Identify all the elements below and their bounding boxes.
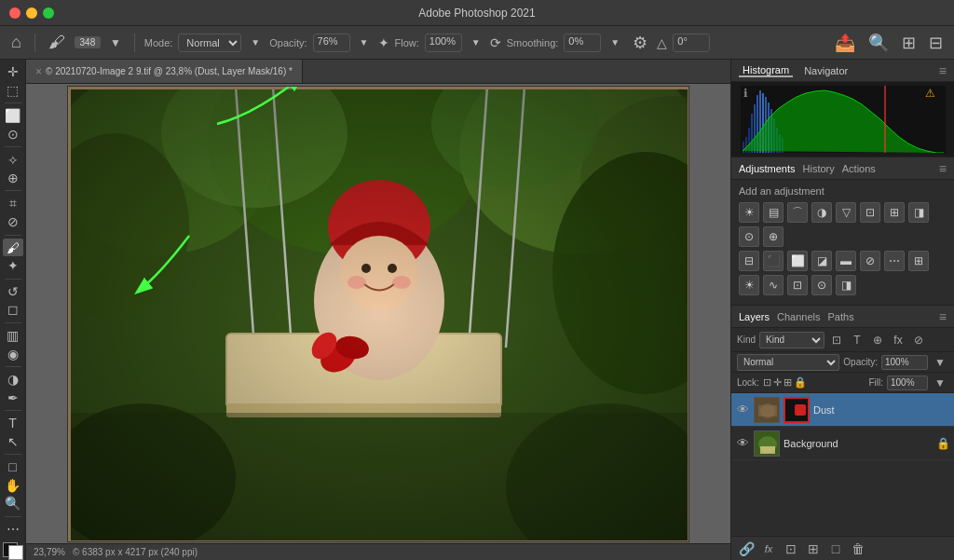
brush-options-btn[interactable]: ▼ [106, 34, 125, 51]
new-layer-btn[interactable]: □ [826, 540, 845, 558]
flow-value[interactable]: 100% [425, 34, 462, 52]
layer-item-dust[interactable]: 👁 Dust [731, 393, 954, 427]
smoothing-arrow[interactable]: ▼ [606, 35, 623, 49]
delete-layer-btn[interactable]: 🗑 [849, 540, 867, 558]
extra-adj-btn[interactable]: ⋯ [884, 251, 905, 271]
lock-artboards-icon[interactable]: ⊞ [784, 376, 792, 389]
brush-size-badge[interactable]: 348 [75, 36, 101, 48]
dodge-tool[interactable]: ◑ [3, 371, 23, 389]
invert-btn[interactable]: ⬛ [763, 251, 784, 271]
mode-arrow[interactable]: ▼ [247, 35, 264, 49]
eyedropper-tool[interactable]: ⌗ [3, 195, 23, 212]
blur-tool[interactable]: ◉ [3, 345, 23, 362]
add-mask-btn[interactable]: ⊡ [782, 540, 800, 558]
color-swatch[interactable] [3, 542, 23, 560]
share-btn[interactable]: 📤 [831, 31, 859, 55]
adjustments-tab[interactable]: Adjustments [739, 163, 796, 174]
mask-filter-btn[interactable]: ⊘ [910, 332, 927, 348]
marquee-tool[interactable]: ⬜ [3, 107, 23, 125]
layer-item-background[interactable]: 👁 Background 🔒 [731, 427, 954, 460]
background-visibility-btn[interactable]: 👁 [735, 436, 750, 451]
lock-pixels-icon[interactable]: ⊡ [763, 376, 771, 389]
new-group-btn[interactable]: ⊞ [804, 540, 823, 558]
histogram-options[interactable]: ≡ [939, 63, 947, 78]
brush-tool[interactable]: 🖌 [3, 239, 23, 256]
opacity-dropdown[interactable]: ▼ [932, 354, 948, 371]
pixel-filter-btn[interactable]: ⊡ [828, 332, 845, 348]
threshold-btn[interactable]: ◪ [811, 251, 832, 271]
close-button[interactable] [9, 7, 20, 19]
histogram-tab[interactable]: Histogram [739, 64, 793, 77]
paths-tab[interactable]: Paths [828, 311, 854, 322]
navigator-tab[interactable]: Navigator [800, 65, 852, 76]
hand-tool[interactable]: ✋ [3, 476, 23, 494]
adjustments-options[interactable]: ≡ [939, 161, 947, 176]
extra-tools[interactable]: ⋯ [3, 521, 23, 539]
blend-mode-select[interactable]: Normal [737, 354, 839, 371]
opacity-arrow[interactable]: ▼ [356, 35, 373, 49]
sun-adj-btn[interactable]: ☀ [739, 275, 759, 295]
box-adj-btn[interactable]: ⊡ [787, 275, 808, 295]
artboard-tool[interactable]: ⬚ [3, 82, 23, 100]
color-lookup-btn[interactable]: ⊟ [739, 251, 759, 271]
maximize-button[interactable] [43, 7, 54, 19]
fill-value[interactable]: 100% [887, 376, 928, 390]
lock-position-icon[interactable]: ✛ [773, 376, 782, 389]
gradient-map-btn[interactable]: ▬ [836, 251, 856, 271]
hsl-btn[interactable]: ⊡ [860, 202, 880, 223]
tab-close-btn[interactable]: × [35, 65, 42, 78]
levels-btn[interactable]: ▤ [763, 202, 784, 223]
black-white-btn[interactable]: ◨ [908, 202, 929, 223]
type-filter-btn[interactable]: T [849, 332, 865, 348]
brightness-contrast-btn[interactable]: ☀ [739, 202, 759, 223]
layers-tab[interactable]: Layers [739, 311, 770, 322]
grid-adj-btn[interactable]: ⊞ [908, 251, 929, 271]
selective-color-btn[interactable]: ⊘ [860, 251, 880, 271]
smoothing-value[interactable]: 0% [564, 34, 601, 52]
background-color[interactable] [8, 545, 23, 560]
vibrance-btn[interactable]: ▽ [836, 202, 856, 223]
dust-visibility-btn[interactable]: 👁 [735, 403, 750, 417]
zoom-tool[interactable]: 🔍 [3, 495, 23, 512]
path-selection-tool[interactable]: ↖ [3, 432, 23, 450]
history-brush-tool[interactable]: ↺ [3, 282, 23, 300]
posterize-btn[interactable]: ⬜ [787, 251, 808, 271]
type-tool[interactable]: T [3, 415, 23, 432]
crop-tool[interactable]: ⊕ [3, 170, 23, 187]
gradient-tool[interactable]: ▥ [3, 327, 23, 345]
search-btn[interactable]: 🔍 [865, 31, 893, 55]
photo-filter-btn[interactable]: ⊙ [739, 226, 759, 247]
actions-tab[interactable]: Actions [842, 163, 876, 174]
canvas-container[interactable] [26, 84, 730, 543]
curves-btn[interactable]: ⌒ [787, 202, 808, 223]
mask-adj-btn[interactable]: ◨ [836, 275, 856, 295]
kind-select[interactable]: Kind [759, 332, 825, 348]
link-layers-btn[interactable]: 🔗 [737, 540, 756, 558]
pen-tool[interactable]: ✒ [3, 389, 23, 406]
clone-stamp-tool[interactable]: ✦ [3, 257, 23, 275]
channel-mixer-btn[interactable]: ⊕ [763, 226, 784, 247]
history-tab[interactable]: History [803, 163, 835, 174]
exposure-btn[interactable]: ◑ [811, 202, 832, 223]
home-button[interactable]: ⌂ [7, 31, 25, 54]
opacity-value[interactable]: 76% [313, 34, 350, 52]
plugins-btn[interactable]: ⊞ [898, 31, 920, 55]
lasso-tool[interactable]: ⊙ [3, 126, 23, 143]
color-balance-btn[interactable]: ⊞ [884, 202, 905, 223]
layers-options[interactable]: ≡ [939, 309, 947, 324]
settings-btn[interactable]: ⚙ [629, 31, 651, 55]
eraser-tool[interactable]: ◻ [3, 301, 23, 319]
flow-arrow[interactable]: ▼ [468, 35, 484, 49]
quick-select-tool[interactable]: ✧ [3, 151, 23, 169]
effect-filter-btn[interactable]: fx [890, 332, 906, 348]
path-filter-btn[interactable]: ⊕ [869, 332, 886, 348]
angle-value[interactable]: 0° [673, 34, 710, 52]
window-btn[interactable]: ⊟ [925, 31, 947, 55]
wave-adj-btn[interactable]: ∿ [763, 275, 784, 295]
opacity-value[interactable]: 100% [881, 355, 928, 370]
move-tool[interactable]: ✛ [3, 63, 23, 81]
mode-select[interactable]: Normal Multiply Screen [178, 34, 241, 52]
document-tab[interactable]: × © 20210720-Image 2 9.tif @ 23,8% (Dust… [26, 60, 303, 83]
channels-tab[interactable]: Channels [777, 311, 820, 322]
minimize-button[interactable] [26, 7, 37, 19]
